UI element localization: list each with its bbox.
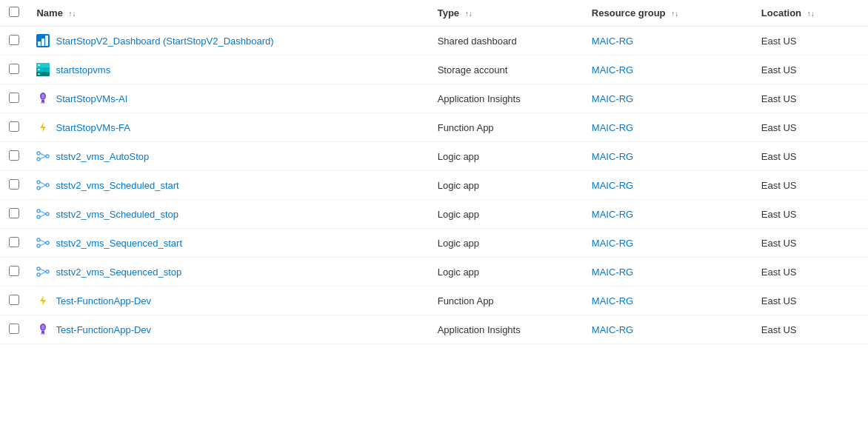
- svg-line-28: [40, 211, 46, 214]
- row-type-cell: Function App: [429, 287, 583, 315]
- svg-rect-8: [38, 69, 40, 70]
- select-all-checkbox[interactable]: [9, 7, 19, 17]
- row-name-cell: StartStopVMs-FA: [27, 113, 428, 142]
- resource-name-link[interactable]: startstopvms: [56, 64, 110, 76]
- name-cell-wrapper: Test-FunctionApp-Dev: [36, 323, 419, 336]
- row-type-cell: Function App: [429, 113, 583, 142]
- resource-group-link[interactable]: MAIC-RG: [592, 238, 633, 249]
- row-type-cell: Shared dashboard: [429, 27, 583, 56]
- svg-rect-2: [41, 38, 44, 46]
- name-sort-icon[interactable]: ↑↓: [69, 10, 76, 18]
- resource-group-link[interactable]: MAIC-RG: [592, 93, 633, 104]
- row-checkbox[interactable]: [9, 121, 19, 132]
- column-name-label: Name: [36, 7, 62, 19]
- resource-group-link[interactable]: MAIC-RG: [592, 209, 633, 220]
- row-checkbox[interactable]: [9, 64, 19, 74]
- row-checkbox-cell[interactable]: [0, 258, 27, 287]
- row-resource-group-cell: MAIC-RG: [583, 315, 752, 344]
- resource-group-link[interactable]: MAIC-RG: [592, 64, 633, 76]
- row-name-cell: Test-FunctionApp-Dev: [27, 287, 428, 315]
- row-checkbox[interactable]: [9, 295, 19, 305]
- row-type-cell: Logic app: [429, 142, 583, 171]
- resource-name-link[interactable]: ststv2_vms_Sequenced_start: [56, 238, 182, 249]
- svg-point-20: [37, 181, 40, 184]
- resource-name-link[interactable]: ststv2_vms_Sequenced_stop: [56, 267, 181, 278]
- row-checkbox-cell[interactable]: [0, 315, 27, 344]
- row-name-cell: Test-FunctionApp-Dev: [27, 315, 428, 344]
- row-checkbox[interactable]: [9, 93, 19, 103]
- resource-group-link[interactable]: MAIC-RG: [592, 324, 633, 335]
- row-resource-group-cell: MAIC-RG: [583, 142, 752, 171]
- svg-point-22: [46, 184, 49, 187]
- row-type-cell: Application Insights: [429, 84, 583, 113]
- rg-sort-icon[interactable]: ↑↓: [671, 10, 678, 18]
- resource-name-link[interactable]: ststv2_vms_Scheduled_stop: [56, 209, 178, 220]
- name-cell-wrapper: StartStopVMs-FA: [36, 121, 419, 134]
- svg-point-26: [37, 215, 40, 218]
- table-row: StartStopVMs-FA Function App MAIC-RG Eas…: [0, 113, 868, 142]
- resource-group-link[interactable]: MAIC-RG: [592, 151, 633, 162]
- function-icon: [36, 294, 50, 307]
- row-checkbox[interactable]: [9, 35, 19, 45]
- column-location-label: Location: [761, 7, 801, 19]
- resource-group-link[interactable]: MAIC-RG: [592, 180, 633, 191]
- svg-point-36: [37, 273, 40, 276]
- svg-marker-14: [40, 122, 46, 133]
- row-location-cell: East US: [752, 27, 868, 56]
- row-checkbox-cell[interactable]: [0, 84, 27, 113]
- table-header-row: Name ↑↓ Type ↑↓ Resource group ↑↓ Locati…: [0, 0, 868, 27]
- svg-point-13: [41, 94, 44, 98]
- column-header-location[interactable]: Location ↑↓: [752, 0, 868, 27]
- row-location-cell: East US: [752, 287, 868, 315]
- select-all-header[interactable]: [0, 0, 27, 27]
- resource-name-link[interactable]: Test-FunctionApp-Dev: [56, 324, 151, 335]
- resource-group-link[interactable]: MAIC-RG: [592, 295, 633, 307]
- type-sort-icon[interactable]: ↑↓: [465, 10, 473, 18]
- location-sort-icon[interactable]: ↑↓: [807, 10, 815, 18]
- resource-name-link[interactable]: Test-FunctionApp-Dev: [56, 295, 151, 307]
- row-checkbox-cell[interactable]: [0, 113, 27, 142]
- table-row: startstopvms Storage account MAIC-RG Eas…: [0, 56, 868, 84]
- row-name-cell: ststv2_vms_Scheduled_stop: [27, 200, 428, 229]
- row-checkbox[interactable]: [9, 324, 19, 334]
- table-row: ststv2_vms_Scheduled_start Logic app MAI…: [0, 171, 868, 200]
- svg-rect-11: [41, 100, 44, 102]
- resource-group-link[interactable]: MAIC-RG: [592, 36, 633, 47]
- svg-point-31: [37, 244, 40, 247]
- resource-name-link[interactable]: ststv2_vms_Scheduled_start: [56, 180, 178, 191]
- column-header-type[interactable]: Type ↑↓: [429, 0, 583, 27]
- resource-group-link[interactable]: MAIC-RG: [592, 267, 633, 278]
- column-header-name[interactable]: Name ↑↓: [27, 0, 428, 27]
- svg-rect-42: [41, 331, 44, 333]
- row-resource-group-cell: MAIC-RG: [583, 84, 752, 113]
- row-checkbox[interactable]: [9, 179, 19, 190]
- row-checkbox[interactable]: [9, 237, 19, 247]
- logic-app-icon: [36, 207, 50, 221]
- resource-name-link[interactable]: StartStopV2_Dashboard (StartStopV2_Dashb…: [56, 36, 273, 47]
- insights-icon: [36, 92, 50, 105]
- insights-icon: [36, 323, 50, 336]
- column-header-resource-group[interactable]: Resource group ↑↓: [583, 0, 752, 27]
- table-row: ststv2_vms_Scheduled_stop Logic app MAIC…: [0, 200, 868, 229]
- svg-rect-7: [38, 64, 40, 66]
- row-checkbox-cell[interactable]: [0, 229, 27, 258]
- row-checkbox-cell[interactable]: [0, 287, 27, 315]
- resource-group-link[interactable]: MAIC-RG: [592, 122, 633, 133]
- resource-name-link[interactable]: StartStopVMs-AI: [56, 93, 127, 104]
- resource-name-link[interactable]: ststv2_vms_AutoStop: [56, 151, 149, 162]
- row-location-cell: East US: [752, 315, 868, 344]
- row-checkbox[interactable]: [9, 266, 19, 276]
- row-checkbox-cell[interactable]: [0, 171, 27, 200]
- storage-icon: [36, 63, 50, 76]
- svg-rect-1: [38, 41, 41, 46]
- row-checkbox-cell[interactable]: [0, 200, 27, 229]
- row-checkbox[interactable]: [9, 150, 19, 161]
- resource-name-link[interactable]: StartStopVMs-FA: [56, 122, 130, 133]
- row-checkbox-cell[interactable]: [0, 27, 27, 56]
- row-checkbox[interactable]: [9, 208, 19, 218]
- row-checkbox-cell[interactable]: [0, 56, 27, 84]
- logic-app-icon: [36, 150, 50, 163]
- row-location-cell: East US: [752, 258, 868, 287]
- row-checkbox-cell[interactable]: [0, 142, 27, 171]
- name-cell-wrapper: Test-FunctionApp-Dev: [36, 294, 419, 307]
